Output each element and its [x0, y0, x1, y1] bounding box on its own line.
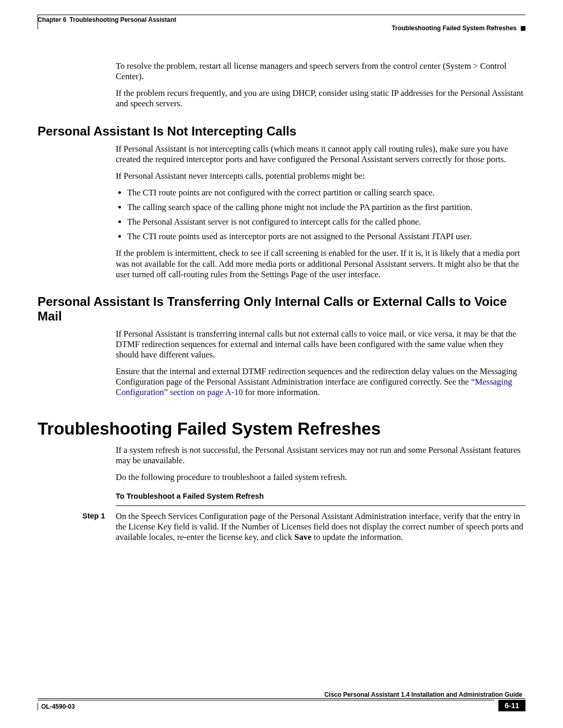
chapter-title: Troubleshooting Personal Assistant	[69, 16, 176, 23]
footer-left-rule	[38, 703, 38, 710]
footer-rule-top	[38, 698, 525, 699]
section2-body: If Personal Assistant is transferring in…	[116, 329, 525, 398]
running-head: Troubleshooting Failed System Refreshes	[38, 24, 525, 32]
footer-left: OL-4590-03	[38, 700, 494, 711]
page-number: 6-11	[498, 700, 525, 711]
intro-block: To resolve the problem, restart all lice…	[116, 61, 525, 109]
bullet-item: The CTI route points used as interceptor…	[127, 231, 525, 242]
section2-p1: If Personal Assistant is transferring in…	[116, 329, 525, 360]
header-left-rule	[38, 15, 38, 29]
section2-p2a: Ensure that the internal and external DT…	[116, 366, 517, 387]
chapter-header: Chapter 6 Troubleshooting Personal Assis…	[38, 16, 525, 23]
save-bold: Save	[295, 532, 312, 542]
header-square-icon	[521, 26, 525, 31]
footer-doc-id: OL-4590-03	[41, 703, 75, 710]
procedure-rule	[116, 505, 525, 506]
section3-subhead: To Troubleshoot a Failed System Refresh	[116, 492, 525, 500]
step-body: On the Speech Services Configuration pag…	[116, 511, 525, 542]
bullet-item: The calling search space of the calling …	[127, 202, 525, 213]
section1-body: If Personal Assistant is not interceptin…	[116, 144, 525, 280]
bullet-item: The Personal Assistant server is not con…	[127, 217, 525, 227]
header-rule	[38, 15, 525, 15]
running-head-text: Troubleshooting Failed System Refreshes	[392, 24, 517, 32]
section3-title: Troubleshooting Failed System Refreshes	[38, 419, 525, 439]
section1-title: Personal Assistant Is Not Intercepting C…	[38, 124, 525, 139]
section3-p1: If a system refresh is not successful, t…	[116, 445, 525, 466]
page: Chapter 6 Troubleshooting Personal Assis…	[0, 0, 563, 728]
section1-p2: If Personal Assistant never intercepts c…	[116, 171, 525, 181]
section3-p2: Do the following procedure to troublesho…	[116, 472, 525, 483]
footer-guide-title: Cisco Personal Assistant 1.4 Installatio…	[38, 691, 525, 698]
step-row: Step 1 On the Speech Services Configurat…	[82, 511, 525, 542]
section2-p2b: for more information.	[243, 387, 320, 397]
intro-p1: To resolve the problem, restart all lice…	[116, 61, 525, 82]
step-label: Step 1	[82, 511, 116, 542]
footer: Cisco Personal Assistant 1.4 Installatio…	[38, 691, 525, 711]
section1-p3: If the problem is intermittent, check to…	[116, 248, 525, 279]
section2-title: Personal Assistant Is Transferring Only …	[38, 294, 525, 324]
step-text-b: to update the information.	[312, 532, 403, 542]
bullet-item: The CTI route points are not configured …	[127, 188, 525, 198]
section1-p1: If Personal Assistant is not interceptin…	[116, 144, 525, 165]
footer-row: OL-4590-03 6-11	[38, 700, 525, 711]
section3-body: If a system refresh is not successful, t…	[116, 445, 525, 483]
chapter-number: Chapter 6	[38, 16, 66, 23]
intro-p2: If the problem recurs frequently, and yo…	[116, 88, 525, 109]
section2-p2: Ensure that the internal and external DT…	[116, 366, 525, 398]
section1-bullets: The CTI route points are not configured …	[116, 188, 525, 242]
